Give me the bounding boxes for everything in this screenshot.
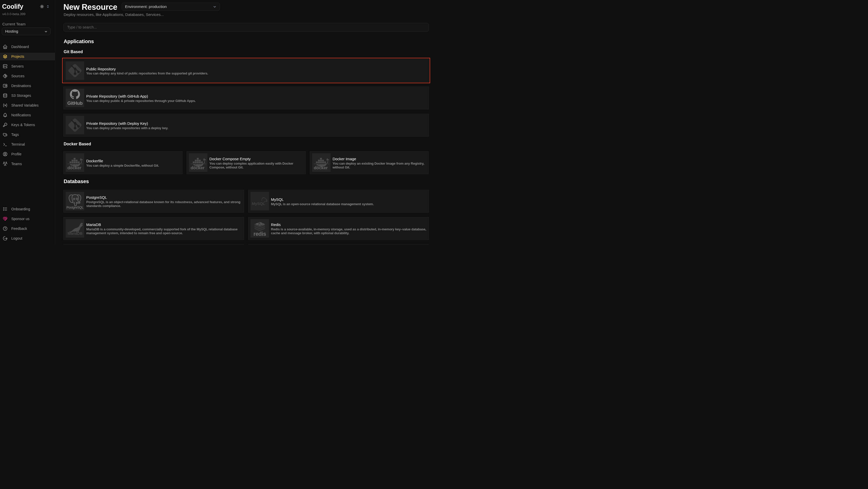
svg-text:docker: docker bbox=[67, 165, 82, 170]
svg-text:MariaDB: MariaDB bbox=[68, 231, 83, 235]
svg-text:MySQL: MySQL bbox=[252, 201, 265, 206]
svg-text:docker: docker bbox=[190, 165, 205, 170]
svg-text:redis: redis bbox=[253, 231, 266, 237]
svg-text:docker: docker bbox=[314, 165, 328, 170]
svg-text:GitHub: GitHub bbox=[67, 100, 82, 106]
